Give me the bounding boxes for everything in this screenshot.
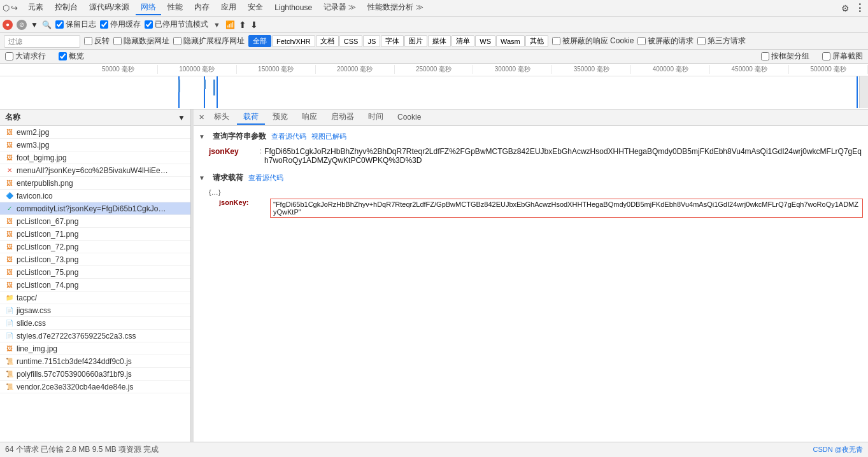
list-item[interactable]: 📄 jigsaw.css: [0, 304, 190, 317]
disable-cache-checkbox[interactable]: [100, 20, 108, 29]
large-rows-label[interactable]: 大请求行: [5, 51, 46, 62]
list-item[interactable]: 🖼 pcListIcon_71.png: [0, 228, 190, 241]
tab-elements[interactable]: 元素: [23, 1, 48, 15]
screenshot-label[interactable]: 屏幕截图: [822, 51, 863, 62]
payload-expand-triangle[interactable]: ▼: [199, 174, 205, 181]
detail-tab-initiator[interactable]: 启动器: [325, 110, 360, 125]
blocked-cookies-checkbox[interactable]: [552, 37, 560, 45]
filter-manifest[interactable]: 清单: [452, 35, 474, 47]
main-content: 名称 ▼ 🖼 ewm2.jpg 🖼 ewm3.jpg 🖼 foot_bgimg.…: [0, 109, 868, 442]
clear-button[interactable]: ⊘: [17, 20, 27, 30]
hide-ext-urls-label[interactable]: 隐藏扩展程序网址: [173, 36, 245, 46]
object-expand[interactable]: {…}: [209, 188, 863, 196]
tab-performance[interactable]: 性能: [162, 1, 188, 15]
filter-fetch-xhr[interactable]: Fetch/XHR: [272, 35, 315, 47]
upload-icon[interactable]: ⬆: [239, 20, 246, 30]
throttle-dropdown[interactable]: ▼: [212, 21, 222, 29]
list-item[interactable]: 🖼 foot_bgimg.jpg: [0, 151, 190, 164]
sort-icon[interactable]: ▼: [178, 113, 185, 122]
tab-console[interactable]: 控制台: [50, 1, 83, 15]
overview-label[interactable]: 概览: [59, 51, 84, 62]
tab-recorder[interactable]: 记录器 ≫: [318, 1, 361, 15]
disable-cache-label[interactable]: 停用缓存: [100, 19, 141, 30]
list-item[interactable]: 🖼 pcListIcon_73.png: [0, 253, 190, 266]
invert-label[interactable]: 反转: [84, 36, 110, 46]
hide-data-urls-checkbox[interactable]: [113, 37, 122, 45]
group-by-frame-checkbox[interactable]: [761, 52, 769, 60]
filter-media[interactable]: 媒体: [428, 35, 451, 47]
throttle-checkbox[interactable]: [145, 20, 153, 29]
list-item[interactable]: 📜 runtime.7151cb3def4234ddf9c0.js: [0, 355, 190, 368]
filter-font[interactable]: 字体: [381, 35, 404, 47]
img-icon: 🖼: [5, 179, 14, 188]
tab-perf-insights[interactable]: 性能数据分析 ≫: [362, 1, 428, 15]
tab-network[interactable]: 网络: [136, 1, 161, 15]
filter-wasm[interactable]: Wasm: [496, 35, 525, 47]
hide-data-urls-label[interactable]: 隐藏数据网址: [113, 36, 169, 46]
blocked-cookies-label[interactable]: 被屏蔽的响应 Cookie: [552, 36, 634, 46]
record-button[interactable]: ●: [3, 20, 13, 30]
list-item[interactable]: 📄 slide.css: [0, 317, 190, 330]
invert-checkbox[interactable]: [84, 37, 92, 45]
filter-all[interactable]: 全部: [248, 35, 271, 47]
throttle-label[interactable]: 已停用节流模式: [145, 19, 208, 30]
tab-security[interactable]: 安全: [243, 1, 268, 15]
filter-input[interactable]: [4, 35, 80, 48]
third-party-label[interactable]: 第三方请求: [697, 36, 746, 46]
timeline-scrollbar[interactable]: [859, 76, 868, 108]
filter-icon[interactable]: ▼: [31, 20, 38, 29]
third-party-checkbox[interactable]: [697, 37, 706, 45]
large-rows-checkbox[interactable]: [5, 52, 13, 60]
preserve-log-label[interactable]: 保留日志: [55, 19, 96, 30]
payload-view-source-link[interactable]: 查看源代码: [248, 173, 283, 183]
blocked-requests-checkbox[interactable]: [637, 37, 646, 45]
list-item[interactable]: 🖼 ewm2.jpg: [0, 126, 190, 139]
hide-ext-urls-checkbox[interactable]: [173, 37, 181, 45]
search-icon[interactable]: 🔍: [42, 20, 52, 29]
list-item[interactable]: 📜 polyfills.57c7053900660a3f1bf9.js: [0, 368, 190, 381]
detail-tab-preview[interactable]: 预览: [266, 110, 294, 125]
detail-tab-timing[interactable]: 时间: [362, 110, 390, 125]
list-item[interactable]: 🖼 pcListIcon_72.png: [0, 241, 190, 253]
screenshot-checkbox[interactable]: [822, 52, 830, 60]
tab-application[interactable]: 应用: [216, 1, 241, 15]
tab-lighthouse[interactable]: Lighthouse: [269, 2, 317, 15]
close-detail-button[interactable]: ✕: [196, 113, 206, 123]
expand-triangle[interactable]: ▼: [199, 133, 205, 140]
blocked-requests-label[interactable]: 被屏蔽的请求: [637, 36, 694, 46]
list-item[interactable]: 🖼 pcListIcon_75.png: [0, 266, 190, 279]
filter-js[interactable]: JS: [363, 35, 380, 47]
list-item[interactable]: 🔷 favicon.ico: [0, 190, 190, 202]
img-icon: 🖼: [5, 141, 14, 150]
list-item[interactable]: 🖼 enterpublish.png: [0, 177, 190, 190]
preserve-log-checkbox[interactable]: [55, 20, 64, 29]
filter-css[interactable]: CSS: [339, 35, 363, 47]
more-options-icon[interactable]: ⋮: [855, 2, 865, 14]
detail-tab-headers[interactable]: 标头: [208, 110, 236, 125]
tab-memory[interactable]: 内存: [189, 1, 215, 15]
filter-doc[interactable]: 文档: [316, 35, 339, 47]
settings-icon[interactable]: ⚙: [841, 3, 850, 13]
tab-sources[interactable]: 源代码/来源: [84, 1, 134, 15]
download-icon[interactable]: ⬇: [250, 20, 258, 30]
group-by-frame-label[interactable]: 按框架分组: [761, 51, 809, 62]
filter-other[interactable]: 其他: [525, 35, 548, 47]
list-item[interactable]: 📜 vendor.2ce3e3320cb4ae4de84e.js: [0, 381, 190, 393]
timeline-chart[interactable]: [0, 76, 868, 108]
list-item[interactable]: 📄 styles.d7e2722c37659225c2a3.css: [0, 330, 190, 342]
filter-img[interactable]: 图片: [404, 35, 427, 47]
list-item[interactable]: ✕ menuAll?jsonKey=6co%2B5ivakuW4lHiEepTA…: [0, 164, 190, 177]
list-item[interactable]: 🖼 pcListIcon_74.png: [0, 279, 190, 292]
list-item[interactable]: 📁 tacpc/: [0, 292, 190, 304]
view-source-link[interactable]: 查看源代码: [271, 132, 306, 141]
detail-tab-cookie[interactable]: Cookie: [391, 111, 427, 124]
list-item-selected[interactable]: ✓ commodityList?jsonKey=FfgDi65b1CgkJoRz…: [0, 202, 190, 215]
list-item[interactable]: 🖼 line_img.jpg: [0, 342, 190, 355]
detail-tab-response[interactable]: 响应: [295, 110, 324, 125]
detail-tab-payload[interactable]: 载荷: [237, 110, 265, 125]
view-decoded-link[interactable]: 视图已解码: [311, 132, 346, 141]
list-item[interactable]: 🖼 pcListIcon_67.png: [0, 215, 190, 228]
overview-checkbox[interactable]: [59, 52, 67, 60]
filter-ws[interactable]: WS: [475, 35, 495, 47]
list-item[interactable]: 🖼 ewm3.jpg: [0, 139, 190, 151]
